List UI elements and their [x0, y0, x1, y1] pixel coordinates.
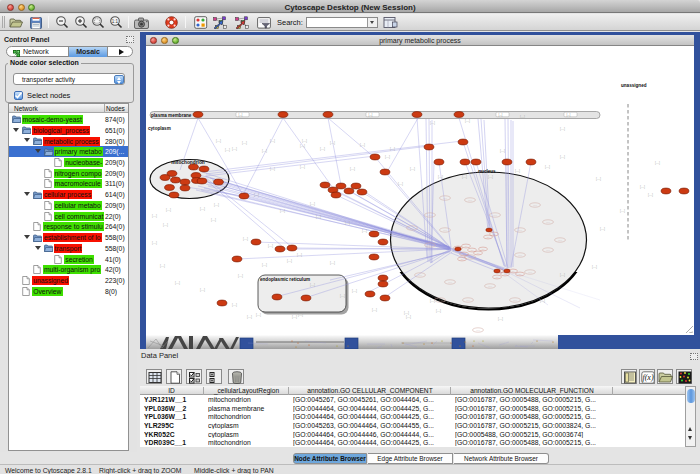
svg-text:[---]: [---]: [360, 143, 365, 147]
svg-text:...: ...: [463, 252, 466, 256]
svg-text:[---]: [---]: [350, 167, 355, 171]
svg-text:[--]: [--]: [239, 113, 243, 117]
svg-text:[---]: [---]: [175, 281, 180, 285]
svg-text:[---]: [---]: [270, 139, 275, 143]
svg-text:...: ...: [461, 257, 464, 261]
svg-text:[---]: [---]: [390, 147, 395, 151]
svg-text:[---]: [---]: [268, 244, 273, 248]
svg-text:[---]: [---]: [256, 313, 261, 317]
svg-text:....: ....: [493, 213, 497, 217]
svg-text:...: ...: [482, 247, 485, 251]
svg-text:[---]: [---]: [254, 193, 259, 197]
svg-text:...: ...: [512, 269, 515, 273]
svg-text:[---]: [---]: [465, 119, 470, 123]
svg-text:[---]: [---]: [596, 177, 601, 181]
svg-text:plasma membrane: plasma membrane: [151, 113, 192, 118]
svg-text:[---]: [---]: [200, 207, 205, 211]
svg-text:[---]: [---]: [500, 149, 505, 153]
svg-text:...: ...: [493, 232, 496, 236]
svg-text:[---]: [---]: [352, 289, 357, 293]
svg-text:[---]: [---]: [430, 121, 435, 125]
svg-text:[---]: [---]: [345, 221, 350, 225]
svg-text:cytoplasm: cytoplasm: [148, 126, 171, 131]
svg-text:nucleus: nucleus: [478, 169, 496, 174]
svg-text:[---]: [---]: [225, 148, 230, 152]
svg-text:[---]: [---]: [398, 182, 403, 186]
svg-text:[--]: [--]: [369, 113, 373, 117]
svg-text:[---]: [---]: [152, 241, 157, 245]
svg-text:...: ...: [487, 235, 490, 239]
svg-text:[---]: [---]: [247, 315, 252, 319]
svg-text:[---]: [---]: [302, 139, 307, 143]
svg-text:[---]: [---]: [216, 139, 221, 143]
svg-text:....: ....: [443, 196, 447, 200]
svg-text:...: ...: [477, 251, 480, 255]
svg-text:endoplasmic reticulum: endoplasmic reticulum: [260, 277, 310, 282]
svg-text:[---]: [---]: [648, 193, 653, 197]
svg-text:[---]: [---]: [242, 141, 247, 145]
svg-text:....: ....: [468, 255, 472, 259]
svg-text:....: ....: [438, 298, 442, 302]
svg-text:[---]: [---]: [404, 311, 409, 315]
svg-text:[---]: [---]: [620, 209, 625, 213]
svg-text:[---]: [---]: [316, 215, 321, 219]
svg-text:[---]: [---]: [297, 253, 302, 257]
svg-text:[---]: [---]: [280, 209, 285, 213]
svg-text:[---]: [---]: [436, 309, 441, 313]
svg-text:[---]: [---]: [330, 141, 335, 145]
svg-text:...: ...: [519, 272, 522, 276]
svg-text:....: ....: [410, 226, 414, 230]
svg-text:f(x): f(x): [642, 373, 653, 382]
svg-text:[---]: [---]: [488, 175, 493, 179]
svg-text:[---]: [---]: [243, 237, 248, 241]
svg-text:....: ....: [518, 228, 522, 232]
svg-text:[---]: [---]: [560, 155, 565, 159]
svg-text:....: ....: [428, 243, 432, 247]
svg-text:[---]: [---]: [372, 308, 377, 312]
svg-text:....: ....: [428, 213, 432, 217]
svg-text:[--]: [--]: [499, 113, 503, 117]
svg-text:....: ....: [533, 203, 537, 207]
svg-text:unassigned: unassigned: [621, 83, 647, 88]
svg-text:[---]: [---]: [330, 261, 335, 265]
svg-text:[---]: [---]: [545, 165, 550, 169]
svg-text:....: ....: [546, 248, 550, 252]
svg-text:[---]: [---]: [498, 317, 503, 321]
svg-text:mitochondrion: mitochondrion: [171, 160, 205, 165]
svg-text:....: ....: [418, 273, 422, 277]
svg-text:[---]: [---]: [462, 175, 467, 179]
svg-text:[---]: [---]: [340, 294, 345, 298]
svg-text:[---]: [---]: [211, 218, 216, 222]
svg-text:....: ....: [546, 220, 550, 224]
svg-text:[---]: [---]: [430, 299, 435, 303]
svg-text:....: ....: [443, 228, 447, 232]
svg-text:....: ....: [528, 270, 532, 274]
svg-text:....: ....: [466, 298, 470, 302]
svg-text:[---]: [---]: [166, 208, 171, 212]
svg-text:[---]: [---]: [262, 149, 267, 153]
svg-text:[---]: [---]: [310, 202, 315, 206]
svg-text:[---]: [---]: [270, 167, 275, 171]
svg-text:[---]: [---]: [300, 144, 305, 148]
svg-text:....: ....: [513, 298, 517, 302]
svg-text:[---]: [---]: [540, 299, 545, 303]
svg-text:[---]: [---]: [232, 147, 237, 151]
svg-text:[---]: [---]: [232, 303, 237, 307]
svg-text:....: ....: [558, 238, 562, 242]
svg-text:[---]: [---]: [292, 315, 297, 319]
svg-text:...: ...: [496, 275, 499, 279]
svg-text:....: ....: [476, 328, 480, 332]
svg-text:[---]: [---]: [406, 315, 411, 319]
svg-text:[---]: [---]: [592, 265, 597, 269]
svg-text:[---]: [---]: [560, 273, 565, 277]
svg-text:[---]: [---]: [438, 175, 443, 179]
svg-text:[---]: [---]: [362, 229, 367, 233]
svg-text:[---]: [---]: [238, 274, 243, 278]
svg-text:...: ...: [465, 244, 468, 248]
svg-text:[---]: [---]: [287, 259, 292, 263]
svg-text:....: ....: [488, 284, 492, 288]
svg-text:....: ....: [448, 280, 452, 284]
svg-text:[---]: [---]: [262, 263, 267, 267]
svg-text:[---]: [---]: [300, 165, 305, 169]
svg-text:[---]: [---]: [520, 115, 525, 119]
